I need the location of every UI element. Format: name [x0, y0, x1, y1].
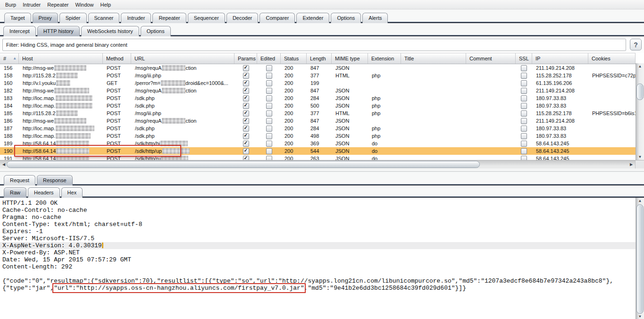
column-header-length[interactable]: Length: [307, 53, 332, 64]
ssl-checkbox[interactable]: [521, 103, 527, 109]
tab-extender[interactable]: Extender: [296, 13, 329, 23]
table-row[interactable]: 187http://loc.map.POST/sdk.php200284JSON…: [0, 125, 636, 132]
filter-description[interactable]: Filter: Hiding CSS, image and general bi…: [2, 39, 626, 51]
table-row[interactable]: 188http://loc.map.POST/sdk.php200498JSON…: [0, 132, 636, 140]
column-header-ip[interactable]: IP: [532, 53, 588, 64]
scroll-up-icon[interactable]: ▲: [636, 198, 644, 204]
tab-alerts[interactable]: Alerts: [362, 13, 388, 23]
edited-checkbox[interactable]: [266, 126, 272, 132]
table-row[interactable]: 158http://115.28.2POST/msg/iii.php200377…: [0, 72, 636, 79]
params-checkbox[interactable]: [243, 95, 249, 101]
scrollbar-thumb[interactable]: [636, 84, 644, 100]
tab-proxy[interactable]: Proxy: [33, 13, 58, 23]
tab-http-history[interactable]: HTTP history: [37, 26, 80, 36]
ssl-checkbox[interactable]: [521, 141, 527, 147]
ssl-checkbox[interactable]: [521, 133, 527, 139]
edited-checkbox[interactable]: [266, 95, 272, 101]
column-header-status[interactable]: Status: [281, 53, 307, 64]
edited-checkbox[interactable]: [266, 148, 272, 154]
tab-headers[interactable]: Headers: [28, 187, 60, 198]
response-viewer[interactable]: HTTP/1.1 200 OKCache-Control: no-cachePr…: [0, 198, 644, 319]
tab-sequencer[interactable]: Sequencer: [188, 13, 225, 23]
params-checkbox[interactable]: [243, 65, 249, 71]
ssl-checkbox[interactable]: [521, 80, 527, 86]
tab-request[interactable]: Request: [4, 175, 35, 185]
table-row[interactable]: 183http://loc.map.POST/sdk.php200284JSON…: [0, 94, 636, 102]
params-checkbox[interactable]: [243, 110, 249, 117]
ssl-checkbox[interactable]: [521, 88, 527, 94]
tab-response[interactable]: Response: [37, 175, 73, 185]
tab-options[interactable]: Options: [141, 26, 171, 36]
edited-checkbox[interactable]: [266, 80, 272, 86]
column-header-[interactable]: #▲: [0, 53, 19, 64]
tab-hex[interactable]: Hex: [61, 187, 83, 198]
edited-checkbox[interactable]: [266, 133, 272, 139]
tab-comparer[interactable]: Comparer: [259, 13, 295, 23]
tab-target[interactable]: Target: [4, 13, 31, 23]
column-header-comment[interactable]: Comment: [466, 53, 516, 64]
table-horizontal-scrollbar[interactable]: ◀ ▶: [0, 160, 644, 168]
edited-checkbox[interactable]: [266, 141, 272, 147]
edited-checkbox[interactable]: [266, 88, 272, 94]
ssl-checkbox[interactable]: [521, 126, 527, 132]
params-checkbox[interactable]: [243, 103, 249, 109]
params-checkbox[interactable]: [243, 88, 249, 94]
table-row[interactable]: 184http://loc.map.POST/sdk.php200500JSON…: [0, 102, 636, 109]
scroll-right-icon[interactable]: ▶: [628, 160, 635, 168]
column-header-edited[interactable]: Edited: [257, 53, 281, 64]
tab-websockets-history[interactable]: WebSockets history: [81, 26, 139, 36]
table-row[interactable]: 186http://msg-wePOST/msg/requAction20084…: [0, 117, 636, 125]
column-header-method[interactable]: Method: [103, 53, 131, 64]
menu-help[interactable]: Help: [97, 1, 115, 8]
ssl-checkbox[interactable]: [521, 95, 527, 101]
edited-checkbox[interactable]: [266, 110, 272, 117]
table-row[interactable]: 182http://msg-wePOST/msg/requAction20084…: [0, 87, 636, 94]
table-vertical-scrollbar[interactable]: ▲ ▼: [636, 63, 644, 160]
menu-burp[interactable]: Burp: [2, 1, 19, 8]
tab-decoder[interactable]: Decoder: [226, 13, 259, 23]
scrollbar-thumb[interactable]: [636, 204, 644, 314]
edited-checkbox[interactable]: [266, 118, 272, 124]
scroll-left-icon[interactable]: ◀: [0, 160, 7, 168]
params-checkbox[interactable]: [243, 73, 249, 79]
column-header-ssl[interactable]: SSL: [516, 53, 532, 64]
column-header-cookies[interactable]: Cookies: [588, 53, 636, 64]
menu-intruder[interactable]: Intruder: [19, 1, 44, 8]
ssl-checkbox[interactable]: [521, 65, 527, 71]
params-checkbox[interactable]: [243, 80, 249, 86]
ssl-checkbox[interactable]: [521, 148, 527, 154]
column-header-title[interactable]: Title: [401, 53, 466, 64]
column-header-mime-type[interactable]: MIME type: [332, 53, 368, 64]
scroll-up-icon[interactable]: ▲: [636, 63, 644, 69]
column-header-params[interactable]: Params: [234, 53, 257, 64]
edited-checkbox[interactable]: [266, 73, 272, 79]
table-row[interactable]: 185http://115.28.2POST/msg/iii.php200377…: [0, 109, 636, 117]
tab-spider[interactable]: Spider: [59, 13, 87, 23]
column-header-extension[interactable]: Extension: [368, 53, 401, 64]
ssl-checkbox[interactable]: [521, 118, 527, 124]
table-row[interactable]: 160http://v.l.youkuGET/perror?m=droid&ec…: [0, 79, 636, 87]
ssl-checkbox[interactable]: [521, 73, 527, 79]
params-checkbox[interactable]: [243, 148, 249, 154]
scrollbar-thumb[interactable]: [7, 161, 480, 168]
panel-divider[interactable]: [0, 168, 644, 172]
column-header-url[interactable]: URL: [131, 53, 234, 64]
params-checkbox[interactable]: [243, 141, 249, 147]
menu-repeater[interactable]: Repeater: [44, 1, 72, 8]
edited-checkbox[interactable]: [266, 65, 272, 71]
tab-intercept[interactable]: Intercept: [3, 26, 36, 36]
menu-window[interactable]: Window: [72, 1, 97, 8]
table-row[interactable]: 190http://58.64.14POST/sdk/http/up200544…: [0, 147, 636, 155]
response-vertical-scrollbar[interactable]: ▲ ▼: [636, 198, 644, 319]
tab-intruder[interactable]: Intruder: [121, 13, 151, 23]
params-checkbox[interactable]: [243, 118, 249, 124]
params-checkbox[interactable]: [243, 133, 249, 139]
table-row[interactable]: 156http://msg-wePOST/msg/requAction20084…: [0, 64, 636, 72]
table-row[interactable]: 189http://58.64.14POST/sdk/http/hi200369…: [0, 140, 636, 147]
params-checkbox[interactable]: [243, 126, 249, 132]
tab-raw[interactable]: Raw: [4, 187, 26, 198]
tab-repeater[interactable]: Repeater: [152, 13, 186, 23]
tab-scanner[interactable]: Scanner: [88, 13, 120, 23]
scroll-down-icon[interactable]: ▼: [636, 154, 644, 160]
scroll-down-icon[interactable]: ▼: [636, 313, 644, 319]
